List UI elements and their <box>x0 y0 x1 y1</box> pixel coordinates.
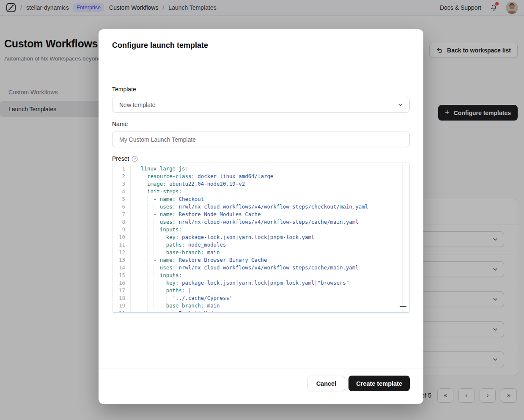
code-line: 4 init-steps: <box>112 188 409 195</box>
cancel-button[interactable]: Cancel <box>307 376 346 391</box>
code-line: 15 inputs: <box>112 272 409 279</box>
code-line: 6 uses: nrwl/nx-cloud-workflows/v4/workf… <box>112 203 409 211</box>
configure-launch-template-modal: Configure launch template Template New t… <box>99 29 423 404</box>
template-select-value: New template <box>119 102 156 108</box>
code-line: 2 resource-class: docker_linux_amd64/lar… <box>112 173 409 180</box>
footer-divider <box>99 368 423 368</box>
code-line: 1linux-large-js: <box>112 165 409 173</box>
name-field-label: Name <box>112 121 128 127</box>
code-line: 11 paths: node_modules <box>112 241 409 249</box>
preset-field-label: Preset ? <box>112 155 138 162</box>
code-line: 8 uses: nrwl/nx-cloud-workflows/v4/workf… <box>112 218 409 226</box>
code-line: 5 - name: Checkout <box>112 195 409 203</box>
code-line: 10 key: package-lock.json|yarn.lock|pnpm… <box>112 233 409 241</box>
code-line: 3 image: ubuntu22.04-node20.19-v2 <box>112 180 409 188</box>
code-line: 16 key: package-lock.json|yarn.lock|pnpm… <box>112 279 409 287</box>
chevron-down-icon <box>397 102 404 108</box>
svg-text:?: ? <box>134 156 136 161</box>
editor-scrollbar-track <box>402 162 403 313</box>
template-field-label: Template <box>112 86 136 93</box>
editor-bottom-accent <box>113 312 409 313</box>
modal-title: Configure launch template <box>112 41 208 50</box>
help-circle-icon[interactable]: ? <box>132 156 138 162</box>
code-line: 17 paths: | <box>112 287 409 294</box>
code-line: 12 base-branch: main <box>112 249 409 256</box>
code-line: 13 - name: Restore Browser Binary Cache <box>112 256 409 264</box>
create-template-button[interactable]: Create template <box>348 376 410 391</box>
code-line: 7 - name: Restore Node Modules Cache <box>112 211 409 218</box>
code-line: 18 '../.cache/Cypress' <box>112 294 409 302</box>
editor-scrollbar-thumb[interactable] <box>400 306 406 307</box>
template-select[interactable]: New template <box>112 97 410 113</box>
preset-label-text: Preset <box>112 155 129 162</box>
code-line: 19 base-branch: main <box>112 302 409 310</box>
yaml-code-editor[interactable]: 1linux-large-js:2 resource-class: docker… <box>112 162 410 313</box>
name-input[interactable] <box>112 132 410 147</box>
code-editor-lines: 1linux-large-js:2 resource-class: docker… <box>112 165 409 313</box>
code-line: 9 inputs: <box>112 226 409 233</box>
code-line: 14 uses: nrwl/nx-cloud-workflows/v4/work… <box>112 264 409 272</box>
